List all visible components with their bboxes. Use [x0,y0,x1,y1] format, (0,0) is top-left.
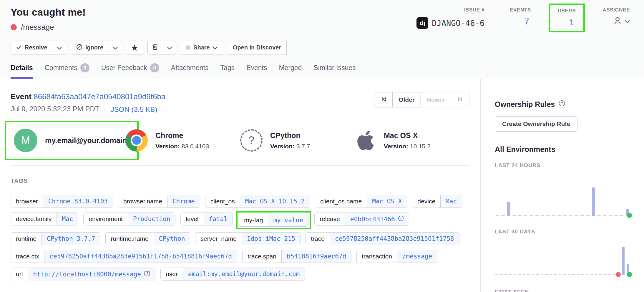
check-icon [16,44,22,51]
tag-device-family: device.familyMac [11,213,78,225]
user-card-highlight: M my.email@your.domain.com [5,121,139,160]
event-meta: Event 86684fa63aa047e7a0540801a9d9f6ba J… [11,92,165,114]
title-block: You caught me! /message [11,6,86,32]
tab-attachments[interactable]: Attachments [171,63,209,79]
resolve-button[interactable]: Resolve [11,41,53,54]
event-json-link[interactable]: JSON (3.5 KB) [111,105,157,114]
tag-client-os: client_osMac OS X 10.15.2 [205,195,310,208]
chevron-down-icon [113,44,118,51]
chevron-down-icon [625,19,630,24]
delete-dropdown-button[interactable] [163,41,176,54]
last-seen-dot [627,272,632,277]
newest-event-button[interactable] [451,92,470,107]
assignee-dropdown[interactable] [613,16,630,27]
tab-user-feedback[interactable]: User Feedback0 [101,63,159,79]
tag-transaction: transaction/message [356,250,437,263]
tag-environment: environmentProduction [83,213,175,225]
newer-event-button[interactable]: Newer [420,92,451,107]
tab-details[interactable]: Details [11,63,33,79]
tab-comments[interactable]: Comments0 [44,63,89,79]
chevron-down-icon [213,44,218,51]
skip-to-oldest-icon [380,96,387,104]
events-label: EVENTS [510,7,531,13]
oldest-event-button[interactable] [374,92,393,107]
users-count[interactable]: 1 [569,17,576,27]
ignore-dropdown-button[interactable] [109,41,122,54]
last-24-hours-label: LAST 24 HOURS [495,162,630,169]
users-label: USERS [558,8,576,14]
culprit: /message [21,23,54,32]
event-context-summary: M my.email@your.domain.com Chrome Versio… [11,127,470,166]
user-feedback-count-badge: 0 [150,63,159,72]
tag-runtime-name: runtime.nameCPython [105,232,190,245]
action-toolbar: Resolve Ignore ★ [11,41,630,54]
info-icon[interactable] [398,215,404,223]
tab-tags[interactable]: Tags [220,63,235,79]
chevron-down-icon [167,44,172,51]
chrome-icon [125,129,148,152]
tag-browser-name: browser.nameChrome [118,195,200,208]
event-label: Event [11,92,31,101]
environments-title: All Environments [495,145,630,154]
page-title: You caught me! [11,6,86,18]
my-tag-highlight: my-tagmy value [236,211,311,229]
tag-level: levelfatal [180,213,233,225]
error-level-dot [11,24,17,30]
tag-trace-span: trace.spanb5418816f9aec67d [242,250,351,263]
comments-count-badge: 0 [80,63,89,72]
tab-similar-issues[interactable]: Similar Issues [313,63,356,79]
project-icon: dj [416,17,428,29]
svg-text:?: ? [561,101,563,105]
stat-assignee: ASSIGNEE [602,7,630,32]
skip-to-newest-icon [457,96,464,104]
create-ownership-rule-button[interactable]: Create Ownership Rule [495,116,577,132]
stat-events: EVENTS 7 [510,7,531,32]
share-button[interactable]: Share [181,41,223,54]
stat-users-highlighted: USERS 1 [549,4,585,32]
tag-runtime: runtimeCPython 3.7.7 [11,232,100,245]
external-link-icon[interactable] [144,271,150,278]
tag-my-tag: my-tagmy value [239,214,308,227]
tab-events[interactable]: Events [246,63,267,79]
event-timestamp: Jul 9, 2020 5:32:23 PM PDT [11,105,99,114]
ownership-rules-title: Ownership Rules ? [495,100,630,109]
event-details-panel: Event 86684fa63aa047e7a0540801a9d9f6ba J… [0,79,480,292]
unknown-runtime-icon: ? [240,129,263,152]
tag-release: releasee0b0bc431466 [314,213,409,226]
assignee-label: ASSIGNEE [602,7,630,13]
issue-stats: ISSUE # dj DJANGO-46-6 EVENTS 7 USERS 1 … [416,6,630,32]
resolve-dropdown-button[interactable] [53,41,66,54]
context-card-browser: Chrome Version: 83.0.4103 [125,127,240,154]
older-event-button[interactable]: Older [392,92,421,107]
bookmark-star-button[interactable]: ★ [127,41,143,54]
tag-trace: tracece5978250aff4438ba283e91561f1758 [306,232,459,245]
apple-icon [355,128,376,152]
context-card-os: Mac OS X Version: 10.15.2 [355,127,470,154]
context-card-user: M my.email@your.domain.com [11,127,125,154]
issue-header: You caught me! /message ISSUE # dj DJANG… [0,0,644,79]
delete-button[interactable] [147,41,163,54]
share-status-dot [186,45,190,50]
ignore-icon [76,44,82,52]
last-30-days-sparkline[interactable] [495,247,630,275]
last-24-hours-sparkline[interactable] [495,188,630,216]
last-seen-dot [627,213,632,218]
help-icon[interactable]: ? [558,100,565,109]
event-pagination: Older Newer [374,92,470,107]
issue-number-label: ISSUE # [464,7,484,14]
issue-sidebar: Ownership Rules ? Create Ownership Rule … [480,79,644,292]
tag-server-name: server_nameIdos-iMac-215 [195,232,301,245]
first-seen-dot [616,272,621,277]
tag-trace-ctx: trace.ctxce5978250aff4438ba283e91561f175… [11,250,237,263]
chevron-down-icon [57,44,62,51]
event-id-link[interactable]: 86684fa63aa047e7a0540801a9d9f6ba [34,92,165,101]
issue-tabs: Details Comments0 User Feedback0 Attachm… [11,63,630,79]
tab-merged[interactable]: Merged [279,63,302,79]
last-30-days-label: LAST 30 DAYS [495,229,630,235]
stat-issue-number: ISSUE # dj DJANGO-46-6 [416,7,484,32]
star-icon: ★ [131,44,138,52]
ignore-button[interactable]: Ignore [71,41,109,54]
open-in-discover-button[interactable]: Open in Discover [228,41,287,54]
events-count[interactable]: 7 [524,16,531,26]
tag-user: useremail:my.email@your.domain.com [160,268,305,281]
